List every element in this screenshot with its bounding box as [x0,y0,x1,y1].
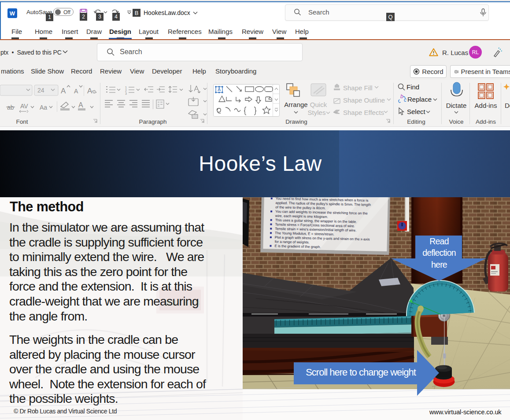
svg-text:24: 24 [37,87,44,94]
svg-text:Replace: Replace [407,96,432,103]
svg-text:Shape Outline: Shape Outline [343,96,385,104]
svg-text:A: A [74,88,78,95]
svg-text:Editing: Editing [407,118,425,125]
svg-text:Styles: Styles [308,109,326,116]
svg-text:1: 1 [125,86,127,89]
svg-text:A: A [218,87,221,92]
svg-text:Add-ins: Add-ins [475,102,497,109]
svg-text:b: b [400,93,403,99]
svg-text:Find: Find [407,83,419,91]
svg-text:Select: Select [407,108,426,115]
svg-text:Arrange: Arrange [284,101,307,108]
svg-text:Shape Fill: Shape Fill [343,84,373,92]
svg-text:Drawing: Drawing [285,118,307,125]
svg-text:W: W [10,10,15,17]
svg-text:Aa: Aa [40,104,47,111]
svg-text:3: 3 [125,92,127,95]
svg-text:Font: Font [16,118,28,125]
svg-text:Dictate: Dictate [446,102,467,109]
svg-text:A: A [87,87,92,95]
svg-text:A: A [78,101,83,109]
svg-text:Quick: Quick [310,101,327,108]
svg-text:AV: AV [20,103,28,110]
svg-text:2: 2 [125,89,127,92]
svg-text:Voice: Voice [449,118,463,125]
svg-text:Shape Effects: Shape Effects [343,109,384,116]
svg-text:Add-ins: Add-ins [476,118,496,125]
svg-text:A: A [61,87,66,95]
svg-text:ab: ab [7,104,14,111]
svg-text:for a range of weights.: for a range of weights. [275,240,310,245]
svg-text:De: De [505,102,510,109]
svg-text:Paragraph: Paragraph [139,118,166,125]
